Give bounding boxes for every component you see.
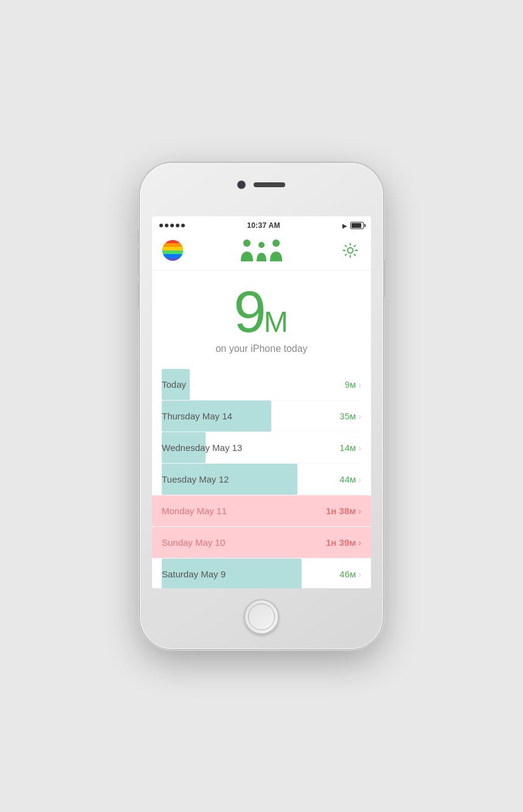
main-stat: 9 M on your iPhone today <box>152 270 371 359</box>
home-button-ring <box>248 604 275 630</box>
day-value: 9м <box>345 379 356 390</box>
day-row[interactable]: Saturday May 946м› <box>162 559 361 588</box>
svg-point-12 <box>348 248 353 253</box>
stat-unit: M <box>264 305 289 339</box>
phone-device: 10:37 AM ▶ <box>140 163 383 649</box>
signal-bars <box>159 224 185 227</box>
day-value: 1н 38м <box>326 506 356 516</box>
signal-dot-2 <box>165 224 168 227</box>
location-icon: ▶ <box>342 222 347 229</box>
day-label: Tuesday May 12 <box>162 474 339 484</box>
speaker-grille <box>254 182 285 187</box>
sensor-area <box>238 181 285 188</box>
app-header <box>152 233 371 270</box>
family-icon <box>237 238 286 263</box>
chevron-right-icon: › <box>358 475 361 484</box>
day-label: Sunday May 10 <box>162 537 326 548</box>
day-row[interactable]: Wednesday May 1314м› <box>162 432 361 464</box>
settings-button[interactable] <box>339 239 361 261</box>
day-label: Wednesday May 13 <box>162 442 339 453</box>
signal-dot-5 <box>181 224 185 227</box>
signal-dot-3 <box>170 224 174 227</box>
chevron-right-icon: › <box>358 380 361 390</box>
stat-number: 9 <box>234 283 263 341</box>
battery-fill <box>352 223 361 228</box>
svg-rect-4 <box>162 247 184 250</box>
day-row[interactable]: Thursday May 1435м› <box>162 401 361 432</box>
chevron-right-icon: › <box>358 506 361 516</box>
day-value: 1н 39м <box>326 537 356 548</box>
day-value: 14м <box>339 442 356 453</box>
day-value: 44м <box>339 474 356 484</box>
stat-subtitle: on your iPhone today <box>152 343 371 354</box>
chevron-right-icon: › <box>358 538 361 548</box>
signal-dot-1 <box>159 224 163 227</box>
status-right-icons: ▶ <box>342 222 364 229</box>
day-label: Saturday May 9 <box>162 569 339 579</box>
front-camera <box>238 181 245 188</box>
day-row[interactable]: Today9м› <box>162 369 361 401</box>
power-button <box>383 260 386 297</box>
day-label: Thursday May 14 <box>162 411 339 421</box>
status-time: 10:37 AM <box>247 221 280 230</box>
battery-icon <box>350 222 364 229</box>
svg-point-9 <box>243 239 251 247</box>
day-label: Monday May 11 <box>162 506 326 516</box>
day-label: Today <box>162 379 345 390</box>
volume-up-button <box>137 248 140 275</box>
phone-screen: 10:37 AM ▶ <box>152 216 371 588</box>
daily-list: Today9м›Thursday May 1435м›Wednesday May… <box>152 369 371 588</box>
day-row[interactable]: Tuesday May 1244м› <box>162 464 361 495</box>
status-bar: 10:37 AM ▶ <box>152 216 371 233</box>
app-logo[interactable] <box>162 239 184 261</box>
chevron-right-icon: › <box>358 569 361 579</box>
home-button[interactable] <box>244 599 279 635</box>
day-row[interactable]: Sunday May 101н 39м› <box>152 527 371 559</box>
day-value: 46м <box>339 569 356 579</box>
svg-point-11 <box>272 239 280 247</box>
day-row[interactable]: Monday May 111н 38м› <box>152 495 371 527</box>
signal-dot-4 <box>176 224 179 227</box>
volume-down-button <box>137 282 140 309</box>
svg-point-10 <box>258 242 265 248</box>
chevron-right-icon: › <box>358 411 361 421</box>
chevron-right-icon: › <box>358 443 361 453</box>
svg-rect-5 <box>162 250 184 254</box>
day-value: 35м <box>339 411 356 421</box>
mute-button <box>137 230 140 244</box>
